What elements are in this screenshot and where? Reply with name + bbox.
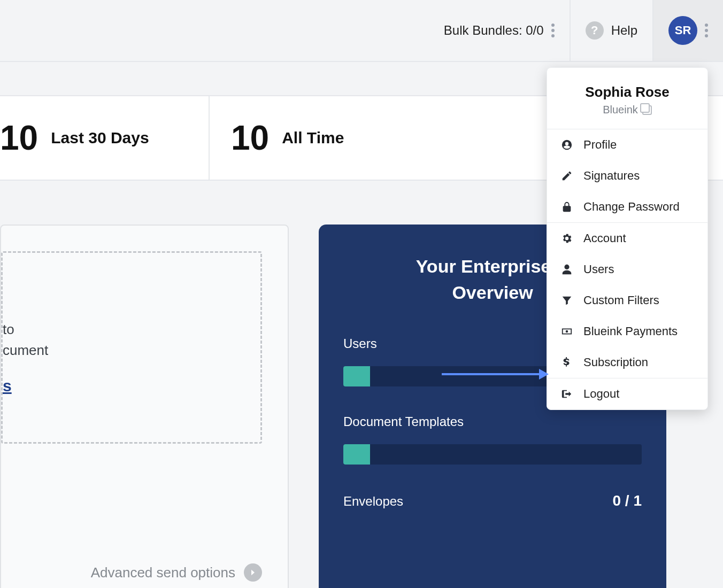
metric-count: 0 / 1 bbox=[613, 492, 642, 509]
menu-item-blueink-payments[interactable]: Blueink Payments bbox=[547, 316, 707, 347]
bulk-bundles-label: Bulk Bundles: 0/0 bbox=[444, 23, 544, 38]
dropzone-text-1: to bbox=[3, 321, 260, 338]
help-icon: ? bbox=[586, 21, 604, 40]
advanced-send-options[interactable]: Advanced send options bbox=[1, 542, 262, 582]
progress-fill bbox=[343, 444, 370, 465]
metric-label: Envelopes bbox=[343, 494, 403, 509]
advanced-send-label: Advanced send options bbox=[91, 564, 235, 581]
menu-label: Logout bbox=[583, 387, 619, 401]
menu-label: Signatures bbox=[583, 169, 640, 183]
bulk-bundles-menu-icon[interactable] bbox=[551, 24, 555, 37]
arrow-right-icon bbox=[244, 563, 262, 582]
user-org: Blueink bbox=[603, 104, 652, 116]
bulk-bundles[interactable]: Bulk Bundles: 0/0 bbox=[429, 0, 570, 61]
dollar-icon bbox=[560, 357, 574, 368]
help-label: Help bbox=[611, 23, 637, 38]
menu-label: Change Password bbox=[583, 200, 680, 214]
menu-label: Account bbox=[583, 231, 626, 245]
upload-card: to cument s Advanced send options bbox=[0, 225, 289, 588]
menu-item-account[interactable]: Account bbox=[547, 223, 707, 254]
menu-label: Profile bbox=[583, 138, 617, 152]
dropzone-browse-link[interactable]: s bbox=[3, 377, 260, 395]
user-icon bbox=[560, 264, 574, 275]
logout-icon bbox=[560, 388, 574, 400]
menu-label: Users bbox=[583, 262, 614, 276]
user-menu-icon[interactable] bbox=[705, 24, 708, 37]
user-menu: Sophia Rose Blueink Profile Signatures C… bbox=[547, 67, 708, 410]
pencil-icon bbox=[560, 170, 574, 182]
stat-label: Last 30 Days bbox=[51, 129, 149, 147]
menu-label: Subscription bbox=[583, 355, 648, 369]
gear-icon bbox=[560, 233, 574, 244]
avatar: SR bbox=[668, 16, 697, 45]
money-icon bbox=[560, 326, 574, 337]
metric-templates: Document Templates bbox=[343, 414, 642, 465]
stat-value: 10 bbox=[0, 118, 38, 158]
menu-item-profile[interactable]: Profile bbox=[547, 129, 707, 160]
user-menu-trigger[interactable]: SR bbox=[652, 0, 723, 61]
menu-item-signatures[interactable]: Signatures bbox=[547, 160, 707, 191]
stat-value: 10 bbox=[231, 118, 269, 158]
menu-item-subscription[interactable]: Subscription bbox=[547, 347, 707, 378]
dropzone[interactable]: to cument s bbox=[1, 251, 262, 444]
topbar: Bulk Bundles: 0/0 ? Help SR bbox=[0, 0, 723, 62]
user-org-label: Blueink bbox=[603, 104, 638, 116]
stat-last-30: 10 Last 30 Days bbox=[0, 96, 209, 180]
user-circle-icon bbox=[560, 139, 574, 151]
filter-icon bbox=[560, 295, 574, 306]
copy-icon[interactable] bbox=[642, 105, 652, 115]
menu-item-logout[interactable]: Logout bbox=[547, 378, 707, 409]
progress-fill bbox=[343, 366, 370, 386]
menu-item-custom-filters[interactable]: Custom Filters bbox=[547, 285, 707, 316]
menu-item-users[interactable]: Users bbox=[547, 254, 707, 285]
lock-icon bbox=[560, 201, 574, 213]
menu-label: Custom Filters bbox=[583, 293, 659, 307]
progress-bar bbox=[343, 444, 642, 465]
metric-label: Users bbox=[343, 336, 377, 351]
metric-label: Document Templates bbox=[343, 414, 464, 429]
user-name: Sophia Rose bbox=[560, 84, 695, 100]
dropzone-text-2: cument bbox=[3, 342, 260, 359]
user-menu-header: Sophia Rose Blueink bbox=[547, 68, 707, 129]
metric-envelopes: Envelopes 0 / 1 bbox=[343, 492, 642, 509]
stat-label: All Time bbox=[282, 129, 344, 147]
stat-all-time: 10 All Time bbox=[209, 96, 412, 180]
menu-item-change-password[interactable]: Change Password bbox=[547, 191, 707, 222]
help[interactable]: ? Help bbox=[570, 0, 652, 61]
menu-label: Blueink Payments bbox=[583, 324, 678, 338]
